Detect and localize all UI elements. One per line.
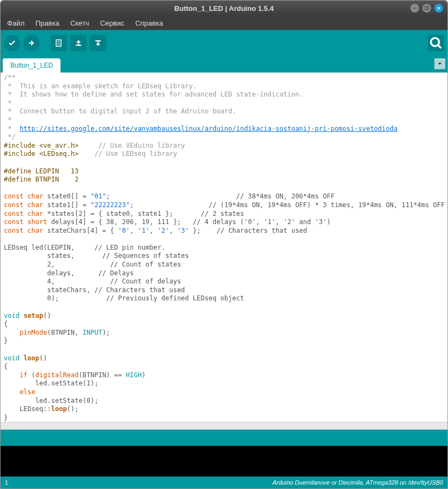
code-line: states, // Sequences of states [4, 252, 189, 259]
menu-sketch[interactable]: Скетч [66, 17, 94, 29]
code-line: } [4, 414, 8, 421]
app-window: Button_1_LED | Arduino 1.5.4 Файл Правка… [0, 0, 448, 489]
open-button[interactable] [70, 35, 87, 51]
code-token: char [23, 192, 43, 200]
code-token: const [4, 218, 23, 226]
tabbar: Button_1_LED [1, 56, 447, 73]
menu-service[interactable]: Сервис [96, 17, 129, 29]
menu-help[interactable]: Справка [131, 17, 167, 29]
titlebar: Button_1_LED | Arduino 1.5.4 [1, 1, 447, 16]
code-token: setup [20, 312, 43, 319]
console[interactable] [1, 446, 447, 476]
code-token: "01" [90, 192, 106, 200]
code-token: stateChars[4] = { [43, 227, 118, 234]
code-token: const [4, 210, 23, 218]
code-line: * [4, 125, 20, 132]
maximize-button[interactable] [422, 4, 431, 13]
code-token: '0' [118, 227, 130, 234]
code-token: (BTNPIN) == [78, 371, 126, 379]
code-line: #define BTNPIN 2 [4, 176, 78, 183]
code-token: *states[2] = { state0, state1 }; // 2 st… [43, 210, 244, 218]
window-controls [410, 4, 443, 13]
menu-edit[interactable]: Правка [31, 17, 64, 29]
code-line: * This is an example sketch for LEDseq L… [4, 82, 197, 90]
code-line: 0); // Previously defined LEDseq object [4, 294, 244, 302]
code-token: '1' [138, 227, 150, 234]
svg-point-2 [431, 38, 439, 46]
code-token: () [39, 354, 47, 362]
code-line: { [4, 363, 8, 370]
code-token: #include <LEDseq.h> [4, 150, 78, 158]
menubar: Файл Правка Скетч Сервис Справка [1, 16, 447, 30]
code-token: ( [27, 371, 35, 379]
code-line: led.setState(0); [4, 397, 98, 405]
code-token: delays[4] = { 38, 206, 19, 111 }; // 4 d… [47, 218, 330, 226]
new-button[interactable] [51, 35, 67, 51]
code-token: char [23, 227, 43, 234]
code-token: , [130, 227, 137, 234]
code-token: , [149, 227, 157, 234]
svg-rect-0 [425, 7, 428, 10]
code-token: state1[] = [43, 201, 90, 209]
code-token: void [4, 312, 20, 319]
code-token: }; // Characters that used [189, 227, 307, 234]
code-line: 4, // Count of delays [4, 277, 181, 285]
code-token: const [4, 201, 23, 209]
window-title: Button_1_LED | Arduino 1.5.4 [174, 4, 274, 13]
code-token: ) [142, 371, 146, 379]
code-line: * It shows how to define and set states … [4, 90, 303, 98]
tab-sketch[interactable]: Button_1_LED [3, 58, 60, 73]
code-token: state0[] = [43, 192, 90, 200]
code-token: LEDseq:: [4, 405, 51, 413]
code-token: '3' [177, 227, 189, 234]
code-token: void [4, 354, 20, 362]
code-token: "22222223" [90, 201, 130, 209]
code-line: /** [4, 74, 16, 81]
code-line: * Connect button to digital input 2 of t… [4, 107, 236, 115]
code-token: short [23, 218, 47, 226]
toolbar [1, 30, 447, 56]
code-token: if [4, 371, 27, 379]
code-token: ; // 38*4ms ON, 206*4ms OFF [106, 192, 335, 200]
close-button[interactable] [434, 4, 443, 13]
code-line: stateChars, // Characters that used [4, 286, 185, 294]
code-line: delays, // Delays [4, 269, 134, 277]
code-token: loop [51, 405, 67, 413]
code-token: else [4, 388, 35, 396]
code-line: } [4, 337, 8, 345]
minimize-button[interactable] [410, 4, 419, 13]
code-line: { [4, 320, 8, 328]
serial-monitor-button[interactable] [428, 35, 444, 51]
code-token: // Use VEduino library [78, 142, 185, 149]
save-button[interactable] [90, 35, 106, 51]
code-line: led.setState(1); [4, 379, 98, 387]
verify-button[interactable] [4, 35, 20, 51]
horizontal-scrollbar[interactable] [1, 422, 447, 430]
status-line-number: 1 [5, 479, 8, 486]
menu-file[interactable]: Файл [3, 17, 29, 29]
code-line: */ [4, 133, 16, 141]
code-token: INPUT [83, 329, 102, 336]
code-editor[interactable]: /** * This is an example sketch for LEDs… [1, 73, 447, 422]
code-token: (); [67, 405, 79, 413]
code-token: char [23, 201, 43, 209]
code-token: char [23, 210, 43, 218]
code-token: // Use LEDseq library [78, 150, 177, 158]
status-board-info: Arduino Duemilanove or Diecimila, ATmega… [273, 479, 443, 486]
code-token: loop [20, 354, 39, 362]
code-line: #define LEDPIN 13 [4, 167, 78, 175]
editor-area: /** * This is an example sketch for LEDs… [1, 73, 447, 430]
code-line: LEDseq led(LEDPIN, // LED pin number. [4, 244, 165, 251]
code-token: (BTNPIN, [47, 329, 82, 336]
code-token: const [4, 227, 23, 234]
code-link[interactable]: http://sites.google.com/site/vanyambause… [20, 125, 398, 132]
code-token: pinMode [4, 329, 47, 336]
statusbar: 1 Arduino Duemilanove or Diecimila, ATme… [1, 476, 447, 488]
code-token: ); [102, 329, 110, 336]
code-token: () [43, 312, 51, 319]
code-token: ; // (19*4ms ON, 19*4ms OFF) * 3 times, … [130, 201, 445, 209]
message-bar [1, 430, 447, 446]
upload-button[interactable] [23, 35, 40, 51]
code-line: * [4, 99, 11, 107]
tab-menu-button[interactable] [434, 58, 445, 69]
